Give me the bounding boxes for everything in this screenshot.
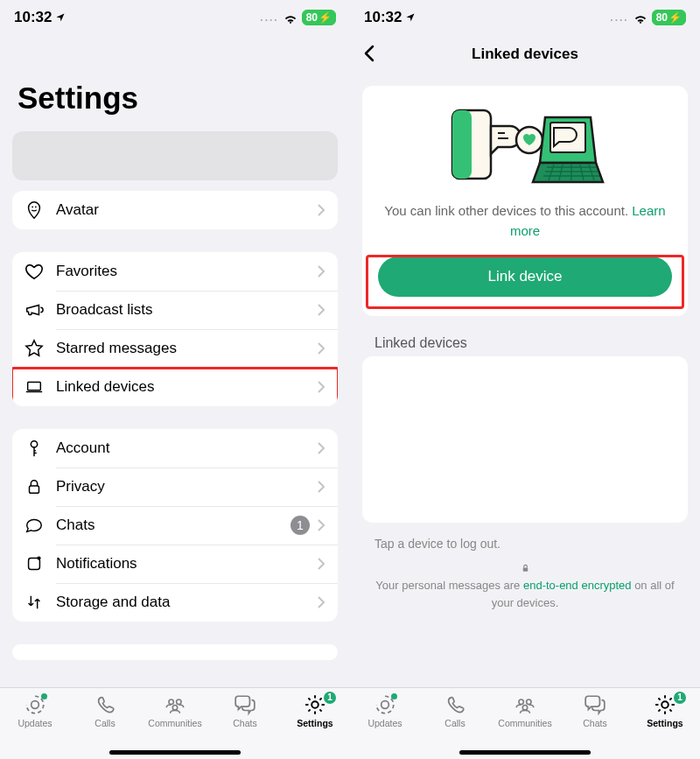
svg-point-27 (527, 699, 531, 704)
signal-dots: .... (610, 11, 628, 24)
nav-header: Linked devices (350, 35, 700, 74)
tab-calls[interactable]: Calls (74, 693, 136, 759)
tab-updates[interactable]: Updates (354, 693, 416, 759)
battery-badge: 80⚡ (652, 10, 686, 25)
star-icon (24, 339, 44, 358)
section-account: Account Privacy Chats 1 Notifications St… (12, 429, 338, 622)
calls-icon (443, 693, 467, 716)
lock-icon (521, 563, 530, 573)
tap-to-logout-hint: Tap a device to log out. (350, 523, 700, 563)
row-label: Privacy (56, 478, 317, 495)
row-broadcast[interactable]: Broadcast lists (12, 291, 338, 329)
row-label: Chats (56, 517, 290, 534)
tab-label: Calls (94, 718, 115, 728)
row-linked-devices[interactable]: Linked devices (12, 368, 338, 406)
svg-point-29 (662, 701, 668, 708)
link-device-button[interactable]: Link device (378, 257, 672, 297)
svg-rect-5 (29, 559, 40, 570)
tab-bar: Updates Calls Communities Chats 1 Settin… (350, 687, 700, 759)
row-avatar[interactable]: Avatar (12, 191, 338, 229)
linked-devices-list[interactable] (362, 356, 688, 523)
tab-label: Chats (583, 718, 606, 728)
svg-point-7 (32, 701, 39, 709)
row-label: Linked devices (56, 378, 317, 396)
row-starred[interactable]: Starred messages (12, 329, 338, 368)
tab-label: Updates (368, 718, 402, 728)
svg-rect-2 (28, 383, 41, 390)
row-favorites[interactable]: Favorites (12, 252, 338, 291)
battery-badge: 80⚡ (302, 10, 336, 25)
avatar-icon (24, 200, 44, 220)
calls-icon (93, 693, 117, 716)
row-privacy[interactable]: Privacy (12, 467, 338, 506)
chevron-right-icon (317, 441, 326, 455)
row-notifications[interactable]: Notifications (12, 545, 338, 583)
back-button[interactable] (362, 42, 376, 67)
section-avatar: Avatar (12, 191, 338, 229)
svg-point-11 (312, 701, 318, 708)
profile-card[interactable] (12, 131, 338, 180)
settings-badge: 1 (674, 692, 686, 704)
notification-icon (24, 554, 44, 573)
communities-icon (513, 693, 537, 716)
encryption-note: Your personal messages are end-to-end en… (350, 563, 700, 611)
tab-calls[interactable]: Calls (424, 693, 486, 759)
tab-updates[interactable]: Updates (4, 693, 66, 759)
chevron-right-icon (317, 341, 326, 355)
signal-dots: .... (260, 11, 278, 24)
svg-point-8 (169, 699, 173, 704)
chevron-right-icon (317, 203, 326, 217)
row-label: Notifications (56, 555, 317, 573)
svg-point-6 (37, 556, 40, 559)
status-bar: 10:32 .... 80⚡ (350, 0, 700, 35)
svg-point-9 (177, 699, 181, 704)
chevron-right-icon (317, 264, 326, 278)
tab-settings[interactable]: 1 Settings (284, 693, 346, 759)
svg-rect-13 (452, 110, 472, 179)
chats-badge: 1 (290, 516, 310, 535)
tab-label: Chats (233, 718, 256, 728)
row-account[interactable]: Account (12, 429, 338, 467)
updates-dot (391, 693, 397, 699)
svg-point-25 (382, 701, 389, 709)
updates-dot (41, 693, 47, 699)
linked-devices-header: Linked devices (350, 316, 700, 356)
home-indicator[interactable] (109, 750, 241, 755)
e2e-link[interactable]: end-to-end encrypted (523, 579, 632, 592)
tab-chats[interactable]: Chats (564, 693, 626, 759)
page-title: Linked devices (472, 46, 578, 63)
tab-label: Settings (647, 718, 682, 728)
svg-point-3 (31, 441, 37, 447)
row-chats[interactable]: Chats 1 (12, 506, 338, 545)
row-label: Favorites (56, 263, 317, 280)
row-storage[interactable]: Storage and data (12, 583, 338, 622)
lock-icon (24, 477, 44, 496)
tab-settings[interactable]: 1 Settings (634, 693, 696, 759)
chevron-right-icon (317, 380, 326, 394)
chat-icon (24, 516, 44, 535)
tab-communities[interactable]: Communities (144, 693, 206, 759)
section-lists: Favorites Broadcast lists Starred messag… (12, 252, 338, 406)
svg-point-0 (32, 206, 33, 207)
chevron-right-icon (317, 480, 326, 494)
chats-icon (583, 693, 607, 716)
home-indicator[interactable] (459, 750, 591, 755)
section-cut (12, 644, 338, 660)
megaphone-icon (24, 300, 44, 320)
devices-illustration (442, 102, 608, 189)
status-bar: 10:32 .... 80⚡ (0, 0, 350, 35)
tab-label: Communities (498, 718, 551, 728)
svg-point-1 (35, 206, 37, 207)
chevron-right-icon (317, 518, 326, 532)
screen-linked-devices: 10:32 .... 80⚡ Linked devices (350, 0, 700, 759)
svg-rect-24 (522, 568, 528, 572)
tab-label: Updates (18, 718, 52, 728)
row-label: Starred messages (56, 340, 317, 357)
svg-point-26 (519, 699, 523, 704)
row-label: Account (56, 439, 317, 457)
location-icon (405, 12, 416, 23)
tab-chats[interactable]: Chats (214, 693, 276, 759)
heart-icon (24, 262, 44, 281)
tab-bar: Updates Calls Communities Chats 1 Settin… (0, 687, 350, 759)
tab-communities[interactable]: Communities (494, 693, 556, 759)
